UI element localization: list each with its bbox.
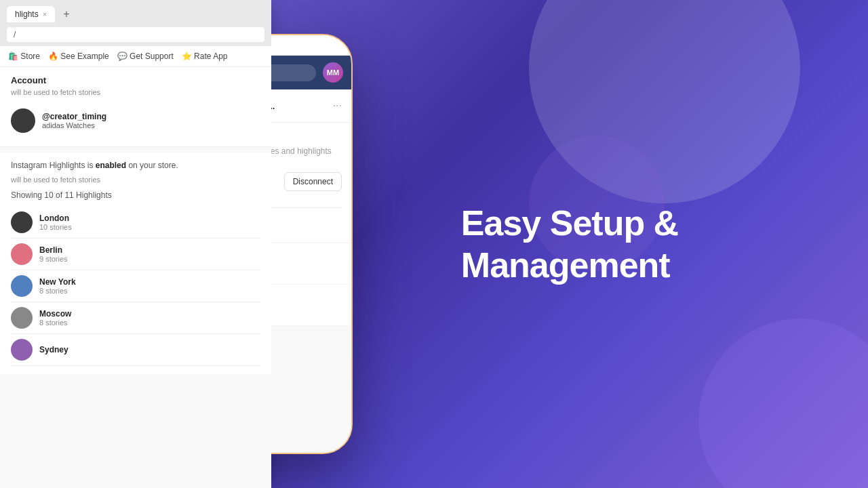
phone-account-info: @creator_timing adidas Watches [271, 172, 276, 192]
highlight-count: 8 stories [39, 319, 71, 327]
tab-close-icon[interactable]: × [43, 10, 47, 18]
phone-account-title: Instagram Account [271, 132, 342, 144]
hero-title-line2: Management [461, 244, 678, 286]
account-section-title: Account [11, 75, 260, 85]
highlight-info: Moscow 8 stories [39, 309, 71, 327]
account-section: Account will be used to fetch stories @c… [0, 67, 271, 147]
account-handle: @creator_timing [42, 112, 260, 121]
phone-account-card: Instagram Account This account will be u… [271, 123, 351, 243]
nav-rate[interactable]: ⭐ Rate App [182, 52, 228, 61]
app-content: Account will be used to fetch stories @c… [0, 67, 271, 488]
hero-text: Easy Setup & Management [420, 202, 719, 287]
highlight-avatar-newyork [11, 275, 33, 297]
showing-text: Showing 10 of 11 Highlights [11, 190, 260, 200]
bg-shape-2 [698, 319, 868, 488]
right-panel: ☰ 🔍 Search MM Instagram Stories & Highli… [271, 0, 868, 488]
highlight-avatar-berlin [11, 243, 33, 265]
nav-store[interactable]: 🛍️ Store [8, 52, 40, 61]
disconnect-button[interactable]: Disconnect [284, 172, 342, 191]
hero-title-line1: Easy Setup & [461, 202, 678, 244]
more-options-icon[interactable]: ··· [333, 100, 342, 112]
browser-chrome: hlights × + / [0, 0, 271, 46]
phone-screen: ☰ 🔍 Search MM Instagram Stories & Highli… [271, 56, 351, 453]
highlight-info: London 10 stories [39, 214, 72, 231]
list-item: Moscow 8 stories [11, 302, 260, 334]
divider [271, 207, 342, 208]
phone-account-name: adidas Watches [271, 182, 276, 192]
phone-account-subtitle: This account will be used to fetch stori… [271, 146, 342, 156]
phone-highlight-item: Berlin 9 stories [271, 285, 351, 326]
highlight-city: Moscow [39, 309, 71, 319]
list-item: Berlin 9 stories [11, 239, 260, 270]
app-title: Instagram Stories & Highli... [271, 101, 328, 111]
list-item: New York 8 stories [11, 270, 260, 302]
highlight-info: Sydney [39, 345, 68, 354]
nav-example[interactable]: 🔥 See Example [48, 52, 109, 61]
highlight-city: Berlin [39, 245, 68, 255]
app-nav: 🛍️ Store 🔥 See Example 💬 Get Support ⭐ R… [0, 46, 271, 67]
highlights-enabled-text: Instagram Highlights is enabled on your … [11, 161, 260, 170]
account-info: @creator_timing adidas Watches [42, 112, 260, 129]
phone-showing-text: Showing 10 of 11 Highlights [271, 215, 342, 225]
browser-tabs: hlights × + [7, 5, 264, 23]
list-item: Sydney [11, 334, 260, 366]
new-tab-button[interactable]: + [58, 5, 75, 23]
phone-topbar: ☰ 🔍 Search MM [271, 56, 351, 89]
phone-mockup-container: ☰ 🔍 Search MM Instagram Stories & Highli… [271, 34, 353, 454]
highlight-avatar-moscow [11, 307, 33, 329]
highlight-count: 9 stories [39, 255, 68, 263]
highlight-city: London [39, 214, 72, 223]
highlight-info: New York 8 stories [39, 277, 76, 295]
highlight-info: Berlin 9 stories [39, 245, 68, 263]
left-panel: hlights × + / 🛍️ Store 🔥 See Example 💬 G… [0, 0, 271, 488]
phone-account-handle: @creator_timing [271, 172, 276, 182]
phone-top [271, 35, 351, 56]
list-item: London 10 stories [11, 207, 260, 239]
account-row: @creator_timing adidas Watches [11, 103, 260, 138]
account-name: adidas Watches [42, 121, 260, 129]
address-bar[interactable]: / [7, 27, 264, 42]
nav-support[interactable]: 💬 Get Support [117, 52, 174, 61]
highlight-count: 8 stories [39, 287, 76, 295]
highlights-fetch-subtitle: will be used to fetch stories [11, 176, 260, 184]
phone-scroll-content: Instagram Account This account will be u… [271, 123, 351, 453]
highlight-count: 10 stories [39, 223, 72, 231]
account-section-subtitle: will be used to fetch stories [11, 88, 260, 96]
account-avatar [11, 108, 35, 133]
highlight-avatar-sydney [11, 339, 33, 361]
browser-tab-active[interactable]: hlights × [7, 6, 55, 22]
highlight-city: Sydney [39, 345, 68, 354]
tab-label: hlights [15, 9, 39, 19]
highlights-section: Instagram Highlights is enabled on your … [0, 152, 271, 374]
phone-mockup: ☰ 🔍 Search MM Instagram Stories & Highli… [271, 34, 353, 454]
phone-highlight-item: London 10 stories [271, 243, 351, 285]
user-avatar-badge[interactable]: MM [323, 62, 343, 83]
phone-account-row: @creator_timing adidas Watches Disconnec… [271, 165, 342, 198]
app-header-row: Instagram Stories & Highli... ··· [271, 89, 351, 123]
highlight-city: New York [39, 277, 76, 287]
search-box[interactable]: 🔍 Search [271, 64, 316, 81]
highlight-avatar-london [11, 211, 33, 233]
